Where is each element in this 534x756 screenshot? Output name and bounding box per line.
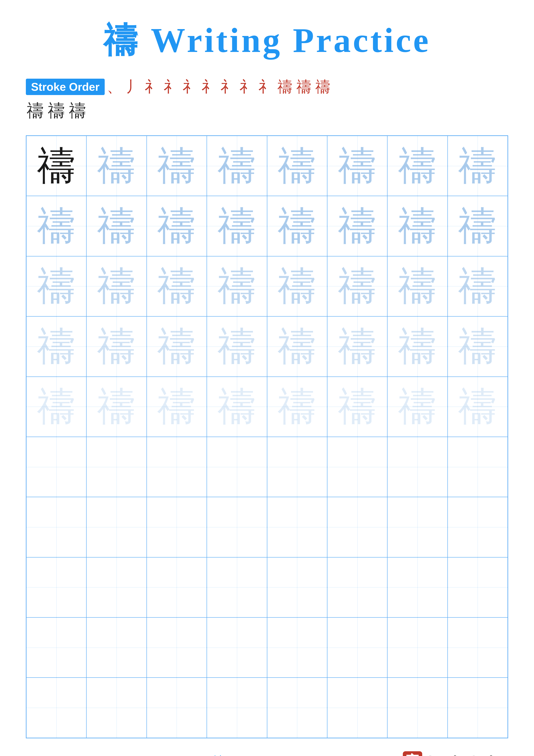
grid-cell-6-3[interactable] bbox=[147, 437, 207, 497]
grid-cell-1-3[interactable]: 禱 bbox=[147, 136, 207, 196]
grid-cell-3-8[interactable]: 禱 bbox=[447, 256, 508, 316]
grid-cell-7-1[interactable] bbox=[26, 497, 87, 557]
char-display: 禱 bbox=[97, 207, 136, 245]
grid-cell-2-3[interactable]: 禱 bbox=[147, 196, 207, 256]
grid-cell-1-5[interactable]: 禱 bbox=[267, 136, 327, 196]
grid-cell-1-4[interactable]: 禱 bbox=[207, 136, 267, 196]
grid-cell-5-1[interactable]: 禱 bbox=[26, 377, 87, 437]
char-display: 禱 bbox=[37, 147, 76, 185]
grid-cell-4-2[interactable]: 禱 bbox=[87, 316, 146, 376]
grid-cell-6-8[interactable] bbox=[447, 437, 508, 497]
grid-cell-6-5[interactable] bbox=[267, 437, 327, 497]
grid-cell-3-5[interactable]: 禱 bbox=[267, 256, 327, 316]
char-display: 禱 bbox=[338, 207, 377, 245]
grid-cell-5-4[interactable]: 禱 bbox=[207, 377, 267, 437]
grid-cell-7-2[interactable] bbox=[87, 497, 146, 557]
logo-name: StrokeOrder bbox=[426, 753, 506, 756]
grid-cell-4-1[interactable]: 禱 bbox=[26, 316, 87, 376]
grid-cell-3-2[interactable]: 禱 bbox=[87, 256, 146, 316]
stroke-1: 、 bbox=[107, 77, 122, 97]
char-display: 禱 bbox=[97, 267, 136, 306]
stroke-5: 礻 bbox=[183, 77, 198, 97]
grid-cell-10-2[interactable] bbox=[87, 678, 146, 738]
char-display: 禱 bbox=[157, 387, 196, 426]
grid-cell-7-8[interactable] bbox=[447, 497, 508, 557]
grid-cell-8-3[interactable] bbox=[147, 557, 207, 617]
grid-cell-5-7[interactable]: 禱 bbox=[387, 377, 447, 437]
stroke-order-row2: 禱 禱 禱 bbox=[27, 99, 508, 122]
grid-row-2: 禱 禱 禱 禱 禱 禱 禱 禱 bbox=[26, 196, 508, 256]
grid-cell-1-2[interactable]: 禱 bbox=[87, 136, 146, 196]
stroke-8: 礻 bbox=[240, 77, 255, 97]
grid-cell-7-3[interactable] bbox=[147, 497, 207, 557]
grid-cell-10-7[interactable] bbox=[387, 678, 447, 738]
grid-cell-3-4[interactable]: 禱 bbox=[207, 256, 267, 316]
grid-cell-2-4[interactable]: 禱 bbox=[207, 196, 267, 256]
grid-cell-3-6[interactable]: 禱 bbox=[327, 256, 387, 316]
grid-cell-2-2[interactable]: 禱 bbox=[87, 196, 146, 256]
grid-cell-2-7[interactable]: 禱 bbox=[387, 196, 447, 256]
grid-cell-1-6[interactable]: 禱 bbox=[327, 136, 387, 196]
grid-cell-9-5[interactable] bbox=[267, 617, 327, 678]
grid-cell-8-7[interactable] bbox=[387, 557, 447, 617]
grid-cell-10-8[interactable] bbox=[447, 678, 508, 738]
grid-cell-4-4[interactable]: 禱 bbox=[207, 316, 267, 376]
grid-cell-6-4[interactable] bbox=[207, 437, 267, 497]
grid-cell-2-5[interactable]: 禱 bbox=[267, 196, 327, 256]
grid-cell-9-3[interactable] bbox=[147, 617, 207, 678]
grid-cell-6-7[interactable] bbox=[387, 437, 447, 497]
grid-cell-6-1[interactable] bbox=[26, 437, 87, 497]
grid-cell-9-8[interactable] bbox=[447, 617, 508, 678]
grid-cell-2-8[interactable]: 禱 bbox=[447, 196, 508, 256]
grid-cell-5-5[interactable]: 禱 bbox=[267, 377, 327, 437]
grid-cell-8-4[interactable] bbox=[207, 557, 267, 617]
stroke-order-section: Stroke Order 、 丿 礻 礻 礻 礻 礻 礻 礻 禱 禱 禱 禱 禱… bbox=[26, 77, 508, 122]
char-display: 禱 bbox=[37, 387, 76, 426]
logo-char: 字 bbox=[406, 751, 420, 756]
grid-cell-6-6[interactable] bbox=[327, 437, 387, 497]
practice-grid: 禱 禱 禱 禱 禱 禱 禱 禱 bbox=[26, 135, 508, 738]
grid-cell-3-1[interactable]: 禱 bbox=[26, 256, 87, 316]
grid-cell-2-1[interactable]: 禱 bbox=[26, 196, 87, 256]
grid-cell-10-3[interactable] bbox=[147, 678, 207, 738]
stroke-10: 禱 bbox=[277, 77, 292, 97]
grid-cell-5-8[interactable]: 禱 bbox=[447, 377, 508, 437]
grid-cell-2-6[interactable]: 禱 bbox=[327, 196, 387, 256]
grid-cell-1-8[interactable]: 禱 bbox=[447, 136, 508, 196]
grid-cell-8-5[interactable] bbox=[267, 557, 327, 617]
grid-cell-1-1[interactable]: 禱 bbox=[26, 136, 87, 196]
grid-cell-8-8[interactable] bbox=[447, 557, 508, 617]
grid-cell-4-5[interactable]: 禱 bbox=[267, 316, 327, 376]
grid-cell-6-2[interactable] bbox=[87, 437, 146, 497]
grid-cell-10-5[interactable] bbox=[267, 678, 327, 738]
grid-cell-5-2[interactable]: 禱 bbox=[87, 377, 146, 437]
grid-row-5: 禱 禱 禱 禱 禱 禱 禱 禱 bbox=[26, 377, 508, 437]
grid-cell-1-7[interactable]: 禱 bbox=[387, 136, 447, 196]
grid-cell-4-6[interactable]: 禱 bbox=[327, 316, 387, 376]
grid-cell-10-1[interactable] bbox=[26, 678, 87, 738]
grid-cell-7-4[interactable] bbox=[207, 497, 267, 557]
grid-cell-9-2[interactable] bbox=[87, 617, 146, 678]
grid-cell-9-4[interactable] bbox=[207, 617, 267, 678]
grid-row-3: 禱 禱 禱 禱 禱 禱 禱 禱 bbox=[26, 256, 508, 316]
grid-cell-9-1[interactable] bbox=[26, 617, 87, 678]
char-display: 禱 bbox=[157, 327, 196, 366]
char-display: 禱 bbox=[37, 267, 76, 306]
grid-cell-5-6[interactable]: 禱 bbox=[327, 377, 387, 437]
grid-cell-8-2[interactable] bbox=[87, 557, 146, 617]
grid-cell-8-1[interactable] bbox=[26, 557, 87, 617]
grid-cell-7-5[interactable] bbox=[267, 497, 327, 557]
grid-cell-10-4[interactable] bbox=[207, 678, 267, 738]
grid-cell-4-8[interactable]: 禱 bbox=[447, 316, 508, 376]
grid-cell-5-3[interactable]: 禱 bbox=[147, 377, 207, 437]
grid-cell-8-6[interactable] bbox=[327, 557, 387, 617]
grid-cell-7-6[interactable] bbox=[327, 497, 387, 557]
grid-cell-4-7[interactable]: 禱 bbox=[387, 316, 447, 376]
grid-cell-7-7[interactable] bbox=[387, 497, 447, 557]
grid-cell-9-6[interactable] bbox=[327, 617, 387, 678]
grid-cell-10-6[interactable] bbox=[327, 678, 387, 738]
grid-cell-3-7[interactable]: 禱 bbox=[387, 256, 447, 316]
grid-cell-9-7[interactable] bbox=[387, 617, 447, 678]
grid-cell-4-3[interactable]: 禱 bbox=[147, 316, 207, 376]
grid-cell-3-3[interactable]: 禱 bbox=[147, 256, 207, 316]
